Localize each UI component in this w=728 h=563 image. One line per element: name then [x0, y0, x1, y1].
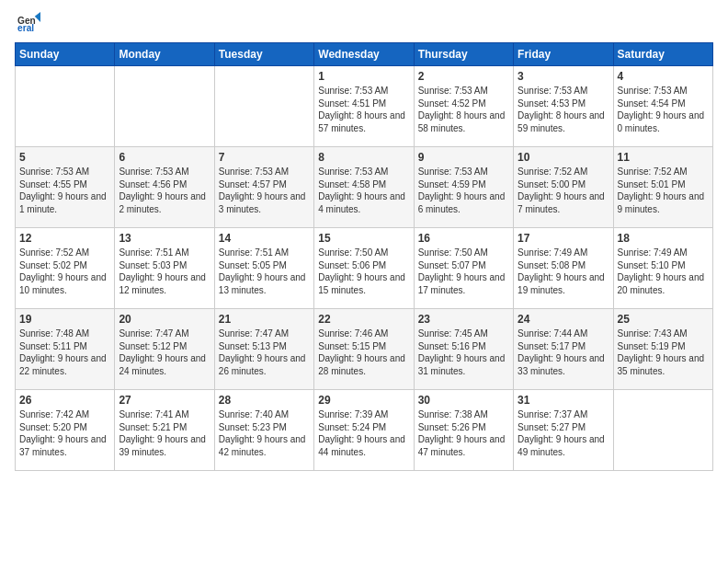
- week-row-5: 26Sunrise: 7:42 AMSunset: 5:20 PMDayligh…: [16, 390, 713, 471]
- day-number: 24: [518, 313, 609, 326]
- weekday-header-tuesday: Tuesday: [214, 43, 313, 66]
- day-info: Sunrise: 7:53 AMSunset: 4:58 PMDaylight:…: [318, 166, 409, 215]
- day-info: Sunrise: 7:49 AMSunset: 5:10 PMDaylight:…: [618, 247, 709, 296]
- weekday-header-thursday: Thursday: [414, 43, 513, 66]
- weekday-header-monday: Monday: [115, 43, 214, 66]
- day-info: Sunrise: 7:47 AMSunset: 5:13 PMDaylight:…: [219, 327, 310, 377]
- calendar-cell: 25Sunrise: 7:43 AMSunset: 5:19 PMDayligh…: [613, 309, 712, 390]
- calendar-cell: 21Sunrise: 7:47 AMSunset: 5:13 PMDayligh…: [214, 309, 313, 390]
- calendar-cell: 24Sunrise: 7:44 AMSunset: 5:17 PMDayligh…: [514, 309, 613, 390]
- day-number: 16: [418, 232, 509, 245]
- calendar-cell: 14Sunrise: 7:51 AMSunset: 5:05 PMDayligh…: [214, 228, 313, 309]
- calendar-cell: [16, 66, 115, 147]
- day-number: 30: [418, 394, 509, 407]
- day-number: 27: [119, 394, 210, 407]
- weekday-header-row: SundayMondayTuesdayWednesdayThursdayFrid…: [16, 43, 713, 66]
- calendar-cell: 18Sunrise: 7:49 AMSunset: 5:10 PMDayligh…: [613, 228, 712, 309]
- calendar-cell: 20Sunrise: 7:47 AMSunset: 5:12 PMDayligh…: [115, 309, 214, 390]
- day-info: Sunrise: 7:53 AMSunset: 4:57 PMDaylight:…: [219, 166, 310, 215]
- calendar-cell: 28Sunrise: 7:40 AMSunset: 5:23 PMDayligh…: [214, 390, 313, 471]
- day-number: 20: [119, 313, 210, 326]
- day-info: Sunrise: 7:51 AMSunset: 5:03 PMDaylight:…: [119, 247, 210, 296]
- day-number: 8: [318, 151, 409, 164]
- calendar-cell: 8Sunrise: 7:53 AMSunset: 4:58 PMDaylight…: [314, 147, 414, 228]
- day-info: Sunrise: 7:46 AMSunset: 5:15 PMDaylight:…: [318, 327, 409, 377]
- day-info: Sunrise: 7:53 AMSunset: 4:54 PMDaylight:…: [618, 85, 709, 134]
- week-row-4: 19Sunrise: 7:48 AMSunset: 5:11 PMDayligh…: [16, 309, 713, 390]
- day-info: Sunrise: 7:48 AMSunset: 5:11 PMDaylight:…: [19, 327, 110, 377]
- day-info: Sunrise: 7:43 AMSunset: 5:19 PMDaylight:…: [618, 327, 709, 377]
- day-number: 31: [518, 394, 609, 407]
- day-info: Sunrise: 7:53 AMSunset: 4:59 PMDaylight:…: [418, 166, 509, 215]
- day-number: 23: [418, 313, 509, 326]
- calendar-cell: 4Sunrise: 7:53 AMSunset: 4:54 PMDaylight…: [613, 66, 712, 147]
- day-number: 12: [19, 232, 110, 245]
- calendar-cell: 11Sunrise: 7:52 AMSunset: 5:01 PMDayligh…: [613, 147, 712, 228]
- header: Gen eral: [15, 9, 713, 35]
- day-number: 7: [219, 151, 310, 164]
- day-info: Sunrise: 7:53 AMSunset: 4:56 PMDaylight:…: [119, 166, 210, 215]
- day-number: 29: [318, 394, 409, 407]
- day-number: 6: [119, 151, 210, 164]
- day-number: 15: [318, 232, 409, 245]
- calendar-cell: 27Sunrise: 7:41 AMSunset: 5:21 PMDayligh…: [115, 390, 214, 471]
- day-info: Sunrise: 7:44 AMSunset: 5:17 PMDaylight:…: [518, 327, 609, 377]
- calendar-cell: 23Sunrise: 7:45 AMSunset: 5:16 PMDayligh…: [414, 309, 513, 390]
- day-number: 9: [418, 151, 509, 164]
- calendar-cell: 6Sunrise: 7:53 AMSunset: 4:56 PMDaylight…: [115, 147, 214, 228]
- day-info: Sunrise: 7:49 AMSunset: 5:08 PMDaylight:…: [518, 247, 609, 296]
- calendar-cell: 7Sunrise: 7:53 AMSunset: 4:57 PMDaylight…: [214, 147, 313, 228]
- day-number: 5: [19, 151, 110, 164]
- day-number: 26: [19, 394, 110, 407]
- day-info: Sunrise: 7:45 AMSunset: 5:16 PMDaylight:…: [418, 327, 509, 377]
- calendar-cell: 2Sunrise: 7:53 AMSunset: 4:52 PMDaylight…: [414, 66, 513, 147]
- calendar-cell: 26Sunrise: 7:42 AMSunset: 5:20 PMDayligh…: [16, 390, 115, 471]
- week-row-3: 12Sunrise: 7:52 AMSunset: 5:02 PMDayligh…: [16, 228, 713, 309]
- day-info: Sunrise: 7:52 AMSunset: 5:01 PMDaylight:…: [618, 166, 709, 215]
- day-number: 2: [418, 70, 509, 83]
- weekday-header-friday: Friday: [514, 43, 613, 66]
- day-number: 10: [518, 151, 609, 164]
- calendar-cell: 1Sunrise: 7:53 AMSunset: 4:51 PMDaylight…: [314, 66, 414, 147]
- day-number: 25: [618, 313, 709, 326]
- day-info: Sunrise: 7:51 AMSunset: 5:05 PMDaylight:…: [219, 247, 310, 296]
- weekday-header-wednesday: Wednesday: [314, 43, 414, 66]
- day-number: 28: [219, 394, 310, 407]
- calendar-cell: 29Sunrise: 7:39 AMSunset: 5:24 PMDayligh…: [314, 390, 414, 471]
- calendar-cell: 5Sunrise: 7:53 AMSunset: 4:55 PMDaylight…: [16, 147, 115, 228]
- day-info: Sunrise: 7:41 AMSunset: 5:21 PMDaylight:…: [119, 408, 210, 458]
- day-number: 3: [518, 70, 609, 83]
- svg-text:eral: eral: [17, 23, 34, 33]
- logo-icon: Gen eral: [15, 9, 40, 35]
- calendar-cell: 30Sunrise: 7:38 AMSunset: 5:26 PMDayligh…: [414, 390, 513, 471]
- week-row-1: 1Sunrise: 7:53 AMSunset: 4:51 PMDaylight…: [16, 66, 713, 147]
- calendar-cell: 10Sunrise: 7:52 AMSunset: 5:00 PMDayligh…: [514, 147, 613, 228]
- calendar-cell: 15Sunrise: 7:50 AMSunset: 5:06 PMDayligh…: [314, 228, 414, 309]
- calendar-cell: 13Sunrise: 7:51 AMSunset: 5:03 PMDayligh…: [115, 228, 214, 309]
- day-info: Sunrise: 7:53 AMSunset: 4:52 PMDaylight:…: [418, 85, 509, 134]
- day-number: 13: [119, 232, 210, 245]
- day-info: Sunrise: 7:53 AMSunset: 4:55 PMDaylight:…: [19, 166, 110, 215]
- calendar-cell: 31Sunrise: 7:37 AMSunset: 5:27 PMDayligh…: [514, 390, 613, 471]
- day-number: 11: [618, 151, 709, 164]
- day-number: 19: [19, 313, 110, 326]
- weekday-header-saturday: Saturday: [613, 43, 712, 66]
- day-info: Sunrise: 7:52 AMSunset: 5:00 PMDaylight:…: [518, 166, 609, 215]
- week-row-2: 5Sunrise: 7:53 AMSunset: 4:55 PMDaylight…: [16, 147, 713, 228]
- calendar-cell: 22Sunrise: 7:46 AMSunset: 5:15 PMDayligh…: [314, 309, 414, 390]
- day-info: Sunrise: 7:37 AMSunset: 5:27 PMDaylight:…: [518, 408, 609, 458]
- day-info: Sunrise: 7:53 AMSunset: 4:51 PMDaylight:…: [318, 85, 409, 134]
- day-info: Sunrise: 7:39 AMSunset: 5:24 PMDaylight:…: [318, 408, 409, 458]
- calendar-cell: 12Sunrise: 7:52 AMSunset: 5:02 PMDayligh…: [16, 228, 115, 309]
- day-info: Sunrise: 7:50 AMSunset: 5:07 PMDaylight:…: [418, 247, 509, 296]
- day-info: Sunrise: 7:42 AMSunset: 5:20 PMDaylight:…: [19, 408, 110, 458]
- calendar-table: SundayMondayTuesdayWednesdayThursdayFrid…: [15, 42, 713, 471]
- calendar-cell: [613, 390, 712, 471]
- day-info: Sunrise: 7:53 AMSunset: 4:53 PMDaylight:…: [518, 85, 609, 134]
- page: Gen eral SundayMondayTuesdayWednesdayThu…: [0, 0, 728, 563]
- day-info: Sunrise: 7:40 AMSunset: 5:23 PMDaylight:…: [219, 408, 310, 458]
- calendar-cell: 17Sunrise: 7:49 AMSunset: 5:08 PMDayligh…: [514, 228, 613, 309]
- day-number: 17: [518, 232, 609, 245]
- day-info: Sunrise: 7:38 AMSunset: 5:26 PMDaylight:…: [418, 408, 509, 458]
- logo: Gen eral: [15, 9, 44, 35]
